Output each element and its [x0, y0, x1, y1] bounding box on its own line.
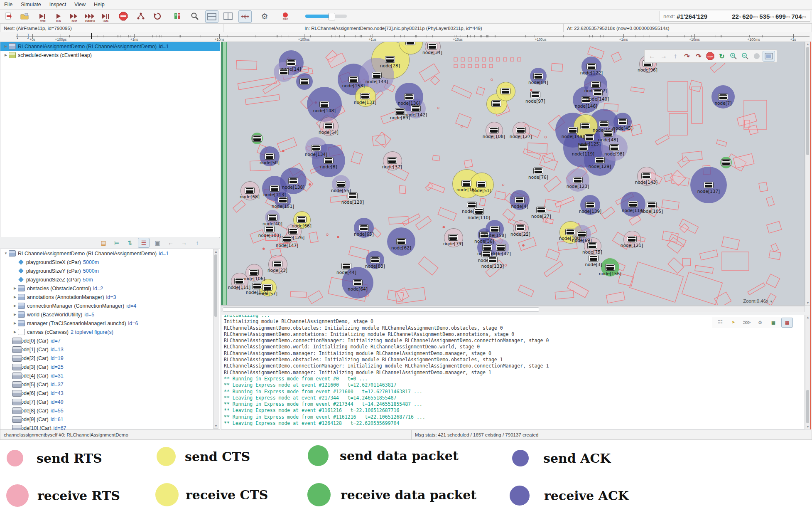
car-node-icon[interactable]	[387, 157, 397, 164]
car-node-icon[interactable]	[279, 69, 289, 75]
menu-item-view[interactable]: View	[70, 1, 90, 8]
open-icon[interactable]	[18, 10, 31, 22]
car-node-icon[interactable]	[278, 197, 288, 203]
log-message-view-icon[interactable]: ▩	[781, 318, 793, 328]
inheritance-mode-icon[interactable]: ⊨	[111, 238, 122, 247]
relayout-icon[interactable]: ↻	[716, 51, 728, 61]
tree-row[interactable]: ▶node[7] (Car)id=49	[0, 397, 220, 406]
car-node-icon[interactable]	[530, 91, 540, 98]
canvas-stop-icon[interactable]: STOP	[704, 51, 716, 61]
car-node-icon[interactable]	[599, 121, 609, 127]
expand-arrow-icon[interactable]: ▶	[12, 313, 18, 316]
tree-row[interactable]: ▶world (BaseWorldUtility)id=5	[0, 310, 220, 319]
canvas-up-icon[interactable]: ↑	[670, 51, 681, 61]
car-node-icon[interactable]	[482, 244, 492, 251]
car-node-icon[interactable]	[704, 182, 714, 188]
car-node-icon[interactable]	[568, 127, 578, 133]
fast-run-icon[interactable]: FAST	[68, 10, 81, 22]
history-forward-icon[interactable]: →	[179, 238, 189, 247]
tree-row[interactable]: ▶node[5] (Car)id=37	[0, 380, 220, 389]
expand-arrow-icon[interactable]: ▶	[12, 286, 18, 290]
car-node-icon[interactable]	[411, 105, 421, 112]
car-node-icon[interactable]	[516, 127, 526, 133]
menu-item-file[interactable]: File	[0, 1, 17, 8]
menu-item-simulate[interactable]: Simulate	[17, 1, 45, 8]
tree-row[interactable]: ▶node[8] (Car)id=55	[0, 406, 220, 415]
car-node-icon[interactable]	[589, 255, 599, 262]
car-node-icon[interactable]	[404, 94, 414, 100]
expand-arrow-icon[interactable]: ▶	[12, 304, 18, 308]
car-node-icon[interactable]	[609, 144, 619, 151]
car-node-icon[interactable]	[288, 178, 298, 184]
tree-row[interactable]: ▶annotations (AnnotationManager)id=3	[0, 293, 220, 301]
car-node-icon[interactable]	[336, 181, 346, 187]
step-icon[interactable]: STEP	[37, 10, 49, 22]
car-node-icon[interactable]	[593, 89, 603, 96]
expand-arrow-icon[interactable]: ▶	[3, 53, 9, 57]
car-node-icon[interactable]	[515, 224, 525, 231]
log-table-view-icon[interactable]: ▦	[768, 318, 779, 327]
car-node-icon[interactable]	[585, 202, 595, 208]
car-node-icon[interactable]	[265, 153, 275, 160]
car-node-icon[interactable]	[405, 42, 415, 45]
car-node-icon[interactable]	[580, 123, 590, 129]
tree-row[interactable]: ▶node[3] (Car)id=25	[0, 363, 220, 371]
car-node-icon[interactable]	[341, 263, 351, 269]
zoom-out-icon[interactable]	[739, 51, 751, 61]
tree-row[interactable]: ▶node[6] (Car)id=43	[0, 389, 220, 397]
tree-row[interactable]: ▶manager (TraCIScenarioManagerLaunchd)id…	[0, 319, 220, 328]
express-run-icon[interactable]: EXPRESS	[84, 10, 96, 22]
tree-row[interactable]: ▶scheduled-events (cEventHeap)	[0, 51, 220, 59]
car-node-icon[interactable]	[319, 101, 329, 108]
history-back-icon[interactable]: ←	[165, 238, 176, 247]
car-node-icon[interactable]	[500, 88, 510, 94]
log-settings-icon[interactable]: ⚙	[755, 318, 765, 327]
find-icon[interactable]	[189, 10, 201, 22]
car-node-icon[interactable]	[628, 201, 638, 207]
car-node-icon[interactable]	[641, 173, 651, 179]
stop-icon[interactable]	[117, 10, 130, 22]
network-canvas[interactable]: node[34]node[28]node[153]node[144]node[1…	[221, 42, 805, 306]
split-vertical-icon[interactable]	[222, 10, 234, 22]
log-filter-icon[interactable]: ➤	[728, 318, 739, 327]
car-node-icon[interactable]	[491, 100, 501, 107]
car-node-icon[interactable]	[324, 123, 334, 129]
split-horizontal-icon[interactable]	[205, 10, 218, 23]
tree-row[interactable]: ▶RLChannelAssignmentDemo (RLChannelAssig…	[0, 42, 220, 51]
car-node-icon[interactable]	[348, 192, 358, 199]
animation-speed-slider[interactable]	[305, 15, 347, 18]
run-until-icon[interactable]: UNTIL	[100, 10, 112, 22]
tree-row[interactable]: playgroundSizeZ (cPar)50m	[0, 275, 220, 284]
tree-row[interactable]: ▶node[1] (Car)id=13	[0, 345, 220, 354]
run-until-module-icon[interactable]: ↷	[681, 51, 693, 61]
car-node-icon[interactable]	[299, 78, 309, 85]
car-node-icon[interactable]	[565, 229, 575, 235]
car-node-icon[interactable]	[282, 236, 292, 242]
car-node-icon[interactable]	[360, 93, 370, 99]
car-node-icon[interactable]	[627, 236, 637, 242]
car-node-icon[interactable]	[605, 264, 615, 271]
record-icon[interactable]: REC	[279, 10, 292, 22]
expand-arrow-icon[interactable]: ▶	[12, 330, 18, 334]
car-node-icon[interactable]	[573, 177, 583, 183]
tree-row[interactable]: ▶obstacles (ObstacleControl)id=2	[0, 284, 220, 293]
tree-row[interactable]: ▶canvas (cCanvas)2 toplevel figure(s)	[0, 328, 220, 336]
car-node-icon[interactable]	[461, 180, 471, 187]
car-node-icon[interactable]	[370, 257, 380, 263]
car-node-icon[interactable]	[577, 231, 587, 237]
car-node-icon[interactable]	[467, 202, 477, 208]
tree-row[interactable]: ▶node[9] (Car)id=61	[0, 415, 220, 424]
car-node-icon[interactable]	[586, 63, 596, 70]
car-node-icon[interactable]	[297, 216, 307, 223]
car-node-icon[interactable]	[252, 283, 262, 289]
tree-row[interactable]: playgroundSizeX (cPar)5000m	[0, 258, 220, 266]
rebuild-icon[interactable]	[151, 10, 164, 22]
flat-mode-icon[interactable]: ☰	[138, 238, 150, 248]
car-node-icon[interactable]	[359, 224, 369, 231]
car-node-icon[interactable]	[496, 244, 506, 251]
car-node-icon[interactable]	[252, 135, 262, 142]
expand-arrow-icon[interactable]: ▶	[3, 44, 9, 48]
car-node-icon[interactable]	[595, 157, 605, 163]
car-node-icon[interactable]	[647, 202, 657, 208]
car-node-icon[interactable]	[324, 157, 334, 164]
